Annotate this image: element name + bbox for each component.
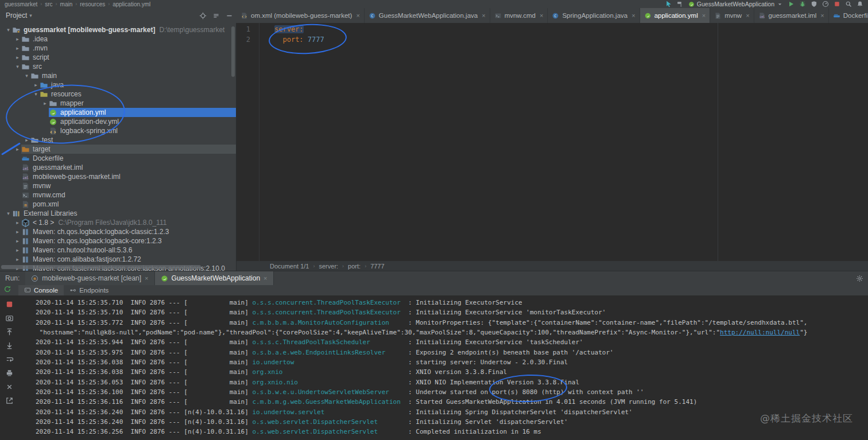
tree-item[interactable]: ▾External Libraries [0, 209, 236, 218]
editor-tab[interactable]: CGuessMarketWebApplication.java× [365, 8, 490, 23]
close-icon[interactable]: × [482, 12, 485, 19]
editor-code[interactable]: server: port: 7777 [260, 23, 868, 261]
tree-item[interactable]: mpom.xml [0, 200, 236, 209]
breadcrumb-item[interactable]: main [60, 1, 73, 7]
tree-item[interactable]: imlguessmarket.iml [0, 163, 236, 172]
coverage-icon[interactable] [811, 1, 817, 7]
breadcrumb-item[interactable]: guessmarket [5, 1, 37, 7]
tree-item[interactable]: imlmobileweb-guess-market.iml [0, 172, 236, 181]
tree-item[interactable]: logback-spring.xml [0, 126, 236, 135]
tree-item[interactable]: ▸test [0, 135, 236, 145]
chevron-icon[interactable]: ▸ [14, 146, 21, 152]
tree-item[interactable]: ▸Maven: com.alibaba:fastjson:1.2.72 [0, 255, 236, 264]
vertical-scrollbar[interactable] [231, 26, 235, 77]
editor-tab[interactable]: mvnw.cmd× [490, 8, 548, 23]
chevron-icon[interactable]: ▾ [23, 73, 30, 79]
close-icon[interactable]: × [356, 12, 359, 19]
close-icon[interactable]: × [264, 275, 267, 282]
profiler-icon[interactable] [822, 1, 829, 7]
bell-icon[interactable] [857, 1, 863, 7]
tree-item[interactable]: ▸java [0, 80, 236, 89]
close-icon[interactable]: × [145, 275, 148, 282]
close-icon[interactable]: × [702, 12, 706, 19]
soft-wrap-icon[interactable] [5, 355, 14, 364]
build-hammer-icon[interactable] [677, 1, 684, 7]
debug-button[interactable] [799, 1, 806, 7]
tree-item[interactable]: ▸Maven: cn.hutool:hutool-all:5.3.6 [0, 246, 236, 255]
chevron-down-icon[interactable]: ▾ [29, 13, 32, 18]
scroll-up-icon[interactable] [5, 328, 14, 336]
editor-tab[interactable]: om.xml (mobileweb-guess-market)× [237, 8, 365, 23]
run-configuration-selector[interactable]: GuessMarketWebApplication [688, 1, 783, 7]
run-tab[interactable]: mmobileweb-guess-market [clean]× [25, 271, 154, 286]
tree-item[interactable]: application-dev.yml [0, 117, 236, 126]
stop-icon[interactable] [5, 300, 14, 309]
print-icon[interactable] [5, 369, 14, 377]
chevron-icon[interactable]: ▸ [23, 137, 30, 143]
chevron-icon[interactable]: ▸ [32, 82, 40, 88]
editor-breadcrumb-item[interactable]: 7777 [370, 263, 384, 270]
tree-item[interactable]: mvnw.cmd [0, 190, 236, 200]
view-tab-console[interactable]: Console [18, 285, 64, 295]
thread-dump-icon[interactable] [5, 314, 14, 322]
editor-breadcrumb-item[interactable]: port: [348, 263, 361, 270]
tree-item[interactable]: application.yml [0, 108, 236, 117]
tree-item[interactable]: ▾main [0, 71, 236, 80]
tree-item[interactable]: ▸.mvn [0, 44, 236, 53]
editor-tab[interactable]: CSpringApplication.java× [548, 8, 640, 23]
editor-tab[interactable]: imlguessmarket.iml× [754, 8, 829, 23]
collapse-all-icon[interactable] [212, 12, 220, 20]
tree-item[interactable]: ▸.idea [0, 34, 236, 44]
scroll-down-icon[interactable] [5, 341, 14, 350]
clear-icon[interactable] [5, 383, 14, 391]
breadcrumb-item[interactable]: resources [80, 1, 105, 7]
chevron-icon[interactable]: ▸ [14, 256, 21, 262]
chevron-icon[interactable]: ▸ [14, 247, 21, 253]
tree-item[interactable]: ▸Maven: ch.qos.logback:logback-classic:1… [0, 227, 236, 236]
run-tab[interactable]: GuessMarketWebApplication× [155, 271, 274, 286]
chevron-icon[interactable]: ▾ [5, 211, 12, 216]
tree-item[interactable]: mvnw [0, 181, 236, 190]
tree-item[interactable]: ▸target [0, 145, 236, 154]
close-icon[interactable]: × [540, 12, 543, 19]
locate-icon[interactable] [199, 12, 207, 20]
editor-tab[interactable]: Dockerfile× [829, 8, 868, 23]
tree-item[interactable]: ▸< 1.8 >C:\Program Files\Java\jdk1.8.0_1… [0, 218, 236, 227]
log-link[interactable]: http://null:null/null [720, 329, 800, 336]
chevron-icon[interactable]: ▸ [41, 100, 49, 106]
close-icon[interactable]: × [820, 12, 824, 19]
tree-item[interactable]: Dockerfile [0, 154, 236, 163]
open-in-new-icon[interactable] [5, 396, 14, 405]
chevron-icon[interactable]: ▾ [5, 27, 12, 33]
editor-tab[interactable]: mvnw× [710, 8, 754, 23]
project-panel-title[interactable]: Project [6, 11, 27, 20]
stop-button[interactable] [834, 1, 840, 7]
tree-item[interactable]: ▸mapper [0, 99, 236, 108]
view-tab-endpoints[interactable]: Endpoints [64, 285, 114, 295]
close-icon[interactable]: × [631, 12, 635, 19]
hide-panel-icon[interactable] [226, 12, 233, 20]
editor-tab[interactable]: application.yml× [640, 8, 711, 23]
tree-item[interactable]: ▸Maven: ch.qos.logback:logback-core:1.2.… [0, 236, 236, 246]
chevron-icon[interactable]: ▸ [14, 45, 21, 51]
chevron-icon[interactable]: ▸ [14, 238, 21, 244]
chevron-icon[interactable]: ▾ [32, 91, 40, 97]
chevron-icon[interactable]: ▸ [14, 229, 21, 235]
console-log[interactable]: 2020-11-14 15:25:35.710 INFO 2876 --- [ … [18, 295, 868, 440]
editor-breadcrumb-item[interactable]: Document 1/1 [270, 263, 309, 270]
rerun-icon[interactable] [3, 285, 11, 293]
chevron-icon[interactable]: ▸ [14, 220, 21, 225]
tree-item[interactable]: ▸script [0, 53, 236, 62]
editor[interactable]: 12 server: port: 7777 [237, 23, 868, 261]
run-button[interactable] [788, 1, 795, 7]
search-icon[interactable] [845, 1, 852, 7]
close-icon[interactable]: × [746, 12, 749, 19]
tree-item[interactable]: ▾guessmarket [mobileweb-guess-market]D:\… [0, 25, 236, 34]
breadcrumb-item[interactable]: application.yml [113, 1, 150, 7]
breadcrumb-item[interactable]: src [45, 1, 52, 7]
horizontal-scrollbar[interactable] [1, 265, 201, 269]
gear-icon[interactable] [856, 275, 863, 282]
pointer-icon[interactable] [665, 1, 672, 7]
run-console[interactable]: 2020-11-14 15:25:35.710 INFO 2876 --- [ … [0, 295, 868, 440]
chevron-icon[interactable]: ▸ [14, 54, 21, 60]
